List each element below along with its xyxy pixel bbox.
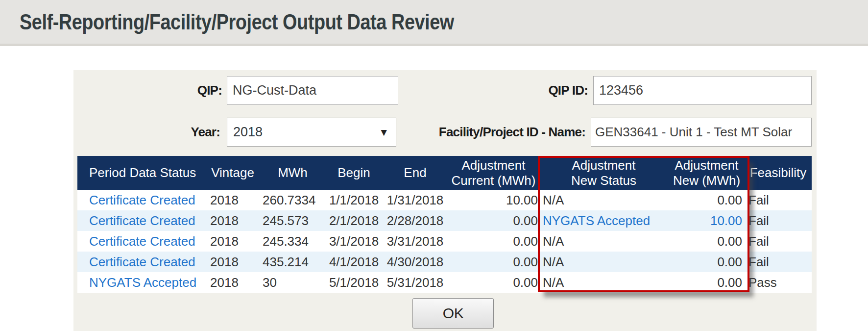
table-row: Certificate Created2018245.3343/1/20183/… [77, 231, 812, 252]
chevron-down-icon: ▼ [379, 118, 389, 146]
cell-link[interactable]: Certificate Created [77, 210, 206, 231]
column-header-2: Vintage [206, 156, 260, 190]
page-title: Self-Reporting/Facility/Project Output D… [20, 0, 454, 44]
cell: Fail [745, 210, 812, 231]
cell: 245.334 [260, 231, 326, 252]
column-header-5: End [382, 156, 448, 190]
facility-label: Facility/Project ID - Name: [409, 118, 585, 147]
cell: Pass [745, 272, 812, 293]
column-header-9: Feasibility [745, 156, 812, 190]
cell: 0.00 [448, 252, 539, 272]
cell: Fail [745, 252, 812, 272]
facility-input[interactable] [591, 118, 812, 147]
cell: 0.00 [669, 190, 745, 210]
qip-id-label: QIP ID: [490, 76, 588, 105]
top-title-bar: Self-Reporting/Facility/Project Output D… [0, 0, 868, 46]
cell: 5/31/2018 [382, 272, 448, 293]
cell: 2/1/2018 [326, 210, 382, 231]
cell: 4/1/2018 [326, 252, 382, 272]
qip-label: QIP: [124, 76, 222, 105]
cell: 2018 [206, 190, 260, 210]
table-header-row: Period Data StatusVintageMWhBeginEndAdju… [77, 156, 812, 190]
table-row: Certificate Created2018245.5732/1/20182/… [77, 210, 812, 231]
cell: 4/30/2018 [382, 252, 448, 272]
cell: 2018 [206, 210, 260, 231]
cell-link[interactable]: NYGATS Accepted [77, 272, 206, 293]
cell: Fail [745, 190, 812, 210]
cell: 2018 [206, 231, 260, 252]
column-header-7: AdjustmentNew Status [539, 156, 669, 190]
cell: N/A [539, 252, 669, 272]
table-row: NYGATS Accepted2018305/1/20185/31/20180.… [77, 272, 812, 293]
cell: 0.00 [448, 231, 539, 252]
cell-link[interactable]: Certificate Created [77, 252, 206, 272]
cell: 0.00 [669, 252, 745, 272]
cell: 1/31/2018 [382, 190, 448, 210]
ok-button[interactable]: OK [412, 298, 494, 329]
screen: Self-Reporting/Facility/Project Output D… [0, 0, 868, 331]
cell: 2018 [206, 272, 260, 293]
cell: 245.573 [260, 210, 326, 231]
cell: Fail [745, 231, 812, 252]
year-select-value: 2018 [233, 118, 263, 146]
cell-link[interactable]: NYGATS Accepted [539, 210, 669, 231]
output-data-table: Period Data StatusVintageMWhBeginEndAdju… [77, 156, 812, 293]
cell-link[interactable]: Certificate Created [77, 190, 206, 210]
table-row: Certificate Created2018260.73341/1/20181… [77, 190, 812, 210]
cell: N/A [539, 231, 669, 252]
column-header-1: Period Data Status [77, 156, 206, 190]
cell: 260.7334 [260, 190, 326, 210]
table-row: Certificate Created2018435.2144/1/20184/… [77, 252, 812, 272]
qip-input[interactable] [227, 76, 398, 105]
cell-link[interactable]: 10.00 [669, 210, 745, 231]
cell: 2018 [206, 252, 260, 272]
cell: 0.00 [448, 210, 539, 231]
cell: 1/1/2018 [326, 190, 382, 210]
cell: 10.00 [448, 190, 539, 210]
cell: 2/28/2018 [382, 210, 448, 231]
qip-id-input[interactable] [593, 76, 812, 105]
cell: N/A [539, 272, 669, 293]
cell: 3/31/2018 [382, 231, 448, 252]
column-header-3: MWh [260, 156, 326, 190]
cell: 5/1/2018 [326, 272, 382, 293]
year-select[interactable]: 2018 ▼ [227, 118, 396, 147]
cell-link[interactable]: Certificate Created [77, 231, 206, 252]
cell: 435.214 [260, 252, 326, 272]
cell: 30 [260, 272, 326, 293]
cell: 3/1/2018 [326, 231, 382, 252]
column-header-6: AdjustmentCurrent (MWh) [448, 156, 539, 190]
cell: 0.00 [669, 272, 745, 293]
column-header-8: AdjustmentNew (MWh) [669, 156, 745, 190]
year-label: Year: [122, 118, 220, 147]
column-header-4: Begin [326, 156, 382, 190]
cell: 0.00 [448, 272, 539, 293]
cell: N/A [539, 190, 669, 210]
cell: 0.00 [669, 231, 745, 252]
table-body: Certificate Created2018260.73341/1/20181… [77, 190, 812, 293]
